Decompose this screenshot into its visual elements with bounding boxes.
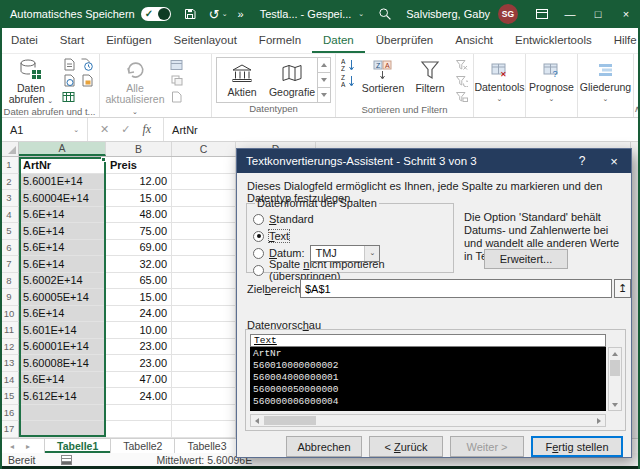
cell-b1[interactable]: Preis [106, 157, 172, 174]
quick-access-more-button[interactable]: » [238, 8, 244, 20]
cell-b14[interactable]: 47.00 [106, 372, 172, 389]
edit-links-button[interactable] [168, 73, 185, 88]
from-text-csv-button[interactable] [60, 57, 77, 72]
cell-a4[interactable]: 5.6E+14 [19, 207, 106, 224]
cell-a15[interactable]: 5.612E+14 [19, 388, 106, 405]
cell-b4[interactable]: 48.00 [106, 207, 172, 224]
ribbon-tab-datei[interactable]: Datei [0, 28, 49, 53]
sheet-tab-tabelle2[interactable]: Tabelle2 [111, 439, 175, 453]
cell-b7[interactable]: 32.00 [106, 256, 172, 273]
maximize-button[interactable]: □ [584, 0, 612, 28]
cell-c6[interactable] [172, 240, 236, 257]
insert-function-button[interactable]: fx [142, 122, 151, 137]
group-label[interactable]: Sortieren und Filtern [336, 104, 473, 117]
formula-input[interactable]: ArtNr [164, 118, 640, 141]
cell-b15[interactable]: 24.00 [106, 388, 172, 405]
cancel-button[interactable]: Abbrechen [286, 436, 362, 457]
avatar[interactable]: SG [498, 4, 518, 24]
group-label[interactable]: Daten abrufen und t... [0, 106, 99, 117]
group-outline[interactable]: Gliederung ⌄ [578, 54, 634, 117]
cell-c1[interactable] [172, 157, 236, 174]
cell-a12[interactable]: 5.60001E+14 [19, 339, 106, 356]
search-button[interactable] [378, 7, 392, 21]
preview-horizontal-scrollbar[interactable] [250, 414, 606, 427]
scrollbar-thumb[interactable] [610, 360, 620, 376]
cell-b10[interactable]: 24.00 [106, 306, 172, 323]
ribbon-tab-daten[interactable]: Daten [312, 28, 365, 53]
preview-data[interactable]: ArtNr56001000000000256000400000000156000… [250, 347, 606, 411]
ribbon-tab-hilfe[interactable]: Hilfe [603, 28, 640, 53]
sort-descending-button[interactable]: ZA [340, 73, 357, 88]
chevron-down-icon[interactable]: ⌄ [364, 246, 379, 261]
undo-button[interactable]: ↺ ⌄ [209, 7, 228, 22]
cell-c3[interactable] [172, 190, 236, 207]
row-header-17[interactable]: 17 [0, 421, 19, 438]
ribbon-tab-entwicklertools[interactable]: Entwicklertools [504, 28, 603, 53]
cell-a8[interactable]: 5.6002E+14 [19, 273, 106, 290]
radio-standard[interactable]: Standard [253, 211, 447, 227]
preview-column-header[interactable]: Text [250, 334, 606, 347]
scroll-up-icon[interactable] [609, 348, 621, 359]
cell-c4[interactable] [172, 207, 236, 224]
dialog-help-button[interactable]: ? [567, 149, 597, 173]
cell-c17[interactable] [172, 421, 236, 438]
save-button[interactable] [183, 7, 197, 21]
cell-a3[interactable]: 5.60004E+14 [19, 190, 106, 207]
from-web-button[interactable] [60, 73, 77, 88]
from-table-range-button[interactable] [60, 89, 77, 104]
cell-b11[interactable]: 10.00 [106, 322, 172, 339]
document-title[interactable]: Testla... - Gespei... ⌄ [260, 8, 365, 20]
cell-b13[interactable]: 23.00 [106, 355, 172, 372]
select-all-button[interactable] [0, 142, 19, 156]
sheet-tab-tabelle1[interactable]: Tabelle1 [44, 439, 111, 453]
cell-b3[interactable]: 15.00 [106, 190, 172, 207]
connection-properties-button[interactable] [168, 89, 185, 104]
scroll-down-icon[interactable] [609, 399, 621, 410]
ribbon-tab-einfügen[interactable]: Einfügen [95, 28, 162, 53]
row-header-12[interactable]: 12 [0, 339, 19, 356]
filter-button[interactable]: Filtern [409, 57, 451, 94]
scroll-left-icon[interactable] [251, 418, 263, 424]
cell-a14[interactable]: 5.6E+14 [19, 372, 106, 389]
gallery-up-button[interactable] [318, 58, 330, 72]
recent-sources-button[interactable] [78, 57, 95, 72]
sheet-nav-left-icon[interactable]: ◂ [10, 442, 14, 451]
row-header-15[interactable]: 15 [0, 388, 19, 405]
autosave-toggle[interactable]: ✓ [141, 7, 171, 21]
row-header-3[interactable]: 3 [0, 190, 19, 207]
row-header-6[interactable]: 6 [0, 240, 19, 257]
cell-a10[interactable]: 5.6E+14 [19, 306, 106, 323]
cell-a13[interactable]: 5.60008E+14 [19, 355, 106, 372]
gallery-more-button[interactable] [318, 87, 330, 102]
cell-b5[interactable]: 75.00 [106, 223, 172, 240]
cell-a5[interactable]: 5.6E+14 [19, 223, 106, 240]
group-data-tools[interactable]: ✕ Datentools ⌄ [474, 54, 526, 117]
row-header-11[interactable]: 11 [0, 322, 19, 339]
row-header-2[interactable]: 2 [0, 174, 19, 191]
column-header-a[interactable]: A [19, 142, 106, 156]
sort-ascending-button[interactable]: AZ [340, 57, 357, 72]
scrollbar-thumb[interactable] [264, 416, 316, 425]
cell-c14[interactable] [172, 372, 236, 389]
cell-c8[interactable] [172, 273, 236, 290]
cell-c12[interactable] [172, 339, 236, 356]
cell-b17[interactable] [106, 421, 172, 438]
cell-b9[interactable]: 15.00 [106, 289, 172, 306]
column-header-b[interactable]: B [106, 142, 172, 156]
cell-c15[interactable] [172, 388, 236, 405]
cell-c9[interactable] [172, 289, 236, 306]
name-box[interactable]: A1 ⌄ [0, 118, 88, 141]
next-button[interactable]: Weiter > [450, 436, 524, 457]
cell-b6[interactable]: 69.00 [106, 240, 172, 257]
row-header-9[interactable]: 9 [0, 289, 19, 306]
cell-a11[interactable]: 5.601E+14 [19, 322, 106, 339]
reapply-filter-button[interactable] [453, 73, 470, 88]
scroll-right-icon[interactable] [593, 418, 605, 424]
cell-a16[interactable] [19, 405, 106, 422]
stocks-data-type[interactable]: Aktien [217, 58, 267, 102]
row-header-8[interactable]: 8 [0, 273, 19, 290]
cell-a1[interactable]: ArtNr [19, 157, 106, 174]
row-header-13[interactable]: 13 [0, 355, 19, 372]
confirm-entry-button[interactable]: ✓ [121, 123, 130, 136]
cell-b8[interactable]: 65.00 [106, 273, 172, 290]
